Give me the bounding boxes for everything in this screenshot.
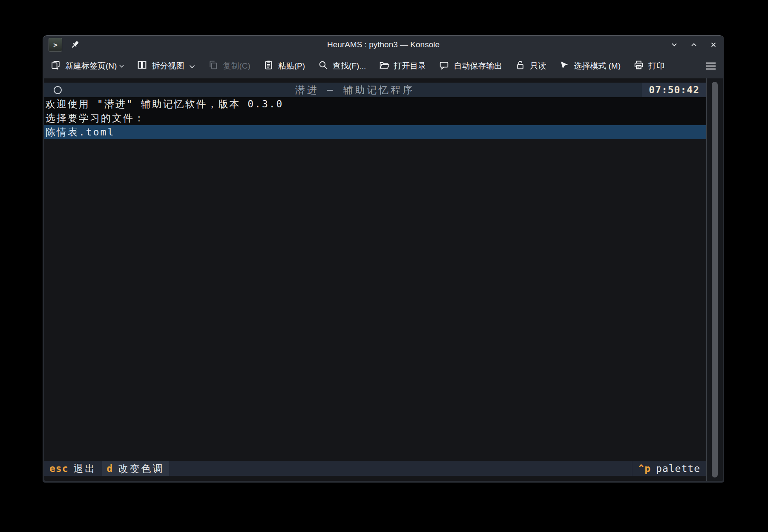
- minimize-button[interactable]: [670, 40, 679, 49]
- binding-label: 退出: [74, 462, 97, 475]
- open-directory-label: 打开目录: [394, 60, 426, 72]
- terminal-empty-area: [44, 139, 706, 461]
- print-button[interactable]: 打印: [633, 60, 664, 72]
- find-button[interactable]: 查找(F)...: [318, 60, 366, 72]
- prompt-line: 选择要学习的文件：: [44, 111, 706, 125]
- binding-label: palette: [656, 463, 700, 474]
- autosave-output-label: 自动保存输出: [454, 60, 502, 72]
- find-label: 查找(F)...: [333, 60, 366, 72]
- konsole-window: > HeurAMS : python3 — Konsole: [43, 35, 724, 483]
- chevron-down-icon[interactable]: [119, 60, 124, 70]
- terminal-view[interactable]: 潜进 – 辅助记忆程序 07:50:42 欢迎使用 "潜进" 辅助记忆软件，版本…: [44, 78, 723, 481]
- print-label: 打印: [648, 60, 664, 72]
- maximize-button[interactable]: [689, 40, 699, 49]
- chevron-down-icon[interactable]: [189, 61, 195, 71]
- new-tab-label: 新建标签页(N): [65, 60, 117, 72]
- file-list: 陈情表.toml: [44, 125, 706, 139]
- header-clock: 07:50:42: [642, 83, 706, 97]
- tui-footer: esc 退出 d 改变色调 ^p palette: [44, 461, 706, 476]
- footer-binding-theme[interactable]: d 改变色调: [102, 461, 170, 476]
- search-icon: [318, 60, 328, 72]
- tui-header: 潜进 – 辅助记忆程序 07:50:42: [44, 83, 706, 97]
- terminal-prompt-icon[interactable]: >: [49, 38, 62, 52]
- split-view-icon: [137, 60, 147, 72]
- new-tab-icon: [50, 60, 61, 72]
- read-only-label: 只读: [530, 60, 546, 72]
- tui-app: 潜进 – 辅助记忆程序 07:50:42 欢迎使用 "潜进" 辅助记忆软件，版本…: [44, 78, 706, 481]
- printer-icon: [633, 60, 644, 72]
- toolbar: 新建标签页(N) 拆分视图: [43, 54, 724, 78]
- terminal-scrollbar[interactable]: [706, 78, 723, 481]
- key-badge: esc: [49, 463, 69, 474]
- list-item[interactable]: 陈情表.toml: [44, 125, 706, 139]
- footer-binding-quit[interactable]: esc 退出: [44, 461, 102, 476]
- paste-label: 粘贴(P): [278, 60, 305, 72]
- open-directory-button[interactable]: 打开目录: [379, 60, 426, 72]
- titlebar[interactable]: > HeurAMS : python3 — Konsole: [43, 36, 724, 54]
- close-button[interactable]: [709, 40, 718, 49]
- new-tab-button[interactable]: 新建标签页(N): [50, 60, 124, 72]
- split-view-button[interactable]: 拆分视图: [137, 60, 195, 72]
- read-only-button[interactable]: 只读: [515, 60, 546, 72]
- key-badge: ^p: [638, 463, 651, 474]
- copy-label: 复制(C): [223, 60, 250, 72]
- scrollbar-thumb[interactable]: [712, 82, 718, 477]
- select-mode-label: 选择模式 (M): [574, 60, 621, 72]
- key-badge: d: [107, 463, 113, 474]
- header-circle-icon[interactable]: [54, 86, 62, 94]
- copy-button: 复制(C): [208, 60, 250, 72]
- open-folder-icon: [379, 60, 389, 72]
- footer-palette-binding[interactable]: ^p palette: [632, 461, 706, 476]
- select-mode-button[interactable]: 选择模式 (M): [559, 60, 621, 72]
- hamburger-menu-icon[interactable]: [705, 61, 716, 71]
- select-cursor-icon: [559, 60, 570, 72]
- split-view-label: 拆分视图: [152, 60, 184, 72]
- copy-icon: [208, 60, 219, 72]
- lock-open-icon: [515, 60, 526, 72]
- autosave-output-button[interactable]: 自动保存输出: [439, 60, 502, 72]
- binding-label: 改变色调: [118, 462, 164, 475]
- tui-header-title: 潜进 – 辅助记忆程序: [68, 83, 642, 97]
- window-title: HeurAMS : python3 — Konsole: [43, 40, 724, 49]
- paste-button[interactable]: 粘贴(P): [263, 60, 305, 72]
- pin-icon[interactable]: [70, 40, 80, 50]
- welcome-line: 欢迎使用 "潜进" 辅助记忆软件，版本 0.3.0: [44, 97, 706, 111]
- paste-icon: [263, 60, 274, 72]
- output-bubble-icon: [439, 60, 449, 72]
- welcome-text: 欢迎使用 "潜进" 辅助记忆软件，版本 0.3.0 选择要学习的文件：: [44, 97, 706, 125]
